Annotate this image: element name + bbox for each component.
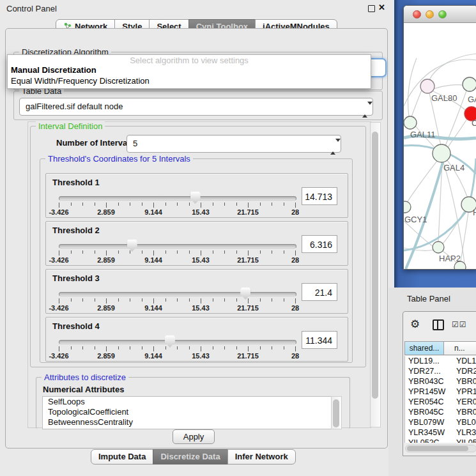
table-horizontal-scrollbar[interactable]: [405, 445, 476, 452]
scrollbar-thumb[interactable]: [372, 132, 378, 399]
dropdown-hint: Select algorithm to view settings: [8, 56, 371, 65]
table-cell: YIL052C: [454, 438, 476, 443]
scrollbar-thumb[interactable]: [333, 399, 339, 427]
network-node-label: GAL4: [443, 163, 464, 173]
control-panel-title: Control Panel: [6, 4, 57, 13]
threshold-value-field[interactable]: 6.316: [302, 235, 337, 253]
threshold-panel: Threshold 3 -3.4262.8599.14415.4321.7152…: [45, 269, 348, 314]
network-node-label: C: [472, 118, 476, 128]
table-cell: YDR27...: [405, 366, 454, 376]
threshold-value-field[interactable]: 11.344: [302, 331, 337, 349]
network-canvas[interactable]: GAL80GACGAL11GAL4GCY1HHAP2: [404, 23, 476, 269]
table-cell: YBL079W: [454, 417, 476, 427]
thresholds-group: Threshold's Coordinates for 5 Intervals …: [40, 158, 353, 363]
table-cell: YBR045C: [454, 407, 476, 417]
settings-vertical-scrollbar[interactable]: [370, 122, 381, 427]
float-window-icon[interactable]: [368, 5, 375, 12]
network-node[interactable]: [420, 79, 434, 93]
table-panel: ⚙ ☑☑ shared... n... YDL19...YDL19...YDR2…: [403, 311, 476, 456]
bottom-tabbar: Impute Data Discretize Data Infer Networ…: [91, 449, 296, 464]
network-node-label: GA: [468, 95, 476, 104]
slider-scale-labels: -3.4262.8599.14415.4321.71528: [59, 208, 295, 216]
cyni-toolbox-panel: Discretization Algorithm Select algorith…: [5, 28, 388, 449]
slider-scale-labels: -3.4262.8599.14415.4321.71528: [59, 256, 295, 264]
network-node-label: HAP2: [439, 254, 461, 263]
slider-ticks: [59, 298, 295, 304]
table-cell: YDR27...: [454, 366, 476, 376]
group-title: Attributes to discretize: [42, 372, 128, 382]
table-cell: YER054C: [454, 397, 476, 407]
apply-button[interactable]: Apply: [173, 429, 215, 444]
attributes-scrollbar[interactable]: [331, 396, 342, 429]
number-of-intervals-label: Number of Intervals: [56, 138, 134, 148]
table-toolbar: ⚙ ☑☑: [403, 312, 476, 339]
gear-icon[interactable]: ⚙: [410, 318, 420, 330]
slider-track[interactable]: [59, 292, 296, 296]
threshold-label: Threshold 1: [52, 178, 100, 187]
slider-track[interactable]: [59, 244, 296, 249]
table-row[interactable]: YDL19...YDL19...: [405, 356, 476, 366]
network-window-titlebar[interactable]: [404, 6, 476, 23]
close-icon[interactable]: ✕: [378, 3, 385, 12]
attribute-item[interactable]: TopologicalCoefficient: [43, 407, 332, 417]
column-header-shared-name[interactable]: shared...: [404, 341, 444, 355]
table-cell: YLR345W: [405, 427, 454, 438]
table-row[interactable]: YBR045CYBR045C: [405, 407, 476, 417]
slider-track[interactable]: [59, 196, 296, 201]
threshold-label: Threshold 2: [52, 226, 100, 235]
threshold-value-field[interactable]: 21.4: [302, 283, 337, 301]
table-row[interactable]: YPR145WYPR145W: [405, 387, 476, 397]
table-row[interactable]: YIL052CYIL052C: [405, 438, 476, 443]
screen: Control Panel ✕ Network Style Select Cyn…: [0, 0, 476, 476]
number-of-intervals-combobox[interactable]: 5: [127, 135, 341, 153]
table-row[interactable]: YDR27...YDR27...: [405, 366, 476, 376]
tab-impute-data[interactable]: Impute Data: [91, 449, 153, 464]
scrollbar-thumb[interactable]: [407, 446, 468, 451]
table-cell: YPR145W: [454, 387, 476, 397]
dropdown-option-manual-discretization[interactable]: Manual Discretization: [11, 65, 96, 75]
algorithm-dropdown-popup: Select algorithm to view settings Manual…: [7, 54, 371, 89]
tab-label: Impute Data: [98, 452, 146, 461]
table-row[interactable]: YBL079WYBL079W: [405, 417, 476, 427]
tab-infer-network[interactable]: Infer Network: [227, 449, 296, 464]
dropdown-option-equal-width-frequency[interactable]: Equal Width/Frequency Discretization: [11, 76, 150, 86]
slider-ticks: [59, 250, 295, 256]
table-cell: YLR345W: [454, 427, 476, 438]
table-header: shared... n...: [404, 341, 476, 355]
minimize-traffic-light-icon[interactable]: [426, 10, 434, 19]
table-row[interactable]: YER054CYER054C: [405, 397, 476, 407]
zoom-traffic-light-icon[interactable]: [438, 10, 447, 19]
slider-scale-labels: -3.4262.8599.14415.4321.71528: [59, 352, 295, 360]
table-data-combobox[interactable]: galFiltered.sif default node: [19, 98, 373, 116]
network-node[interactable]: [404, 201, 411, 213]
threshold-panel: Threshold 1 -3.4262.8599.14415.4321.7152…: [45, 173, 348, 218]
network-node[interactable]: [404, 116, 417, 129]
column-view-icon[interactable]: [433, 319, 444, 330]
network-view-window[interactable]: GAL80GACGAL11GAL4GCY1HHAP2: [403, 5, 476, 270]
slider-track[interactable]: [59, 340, 296, 344]
table-cell: YDL19...: [454, 356, 476, 366]
close-traffic-light-icon[interactable]: [413, 10, 421, 19]
group-title: Threshold's Coordinates for 5 Intervals: [45, 154, 193, 164]
network-node[interactable]: [433, 144, 450, 162]
network-canvas-svg: GAL80GACGAL11GAL4GCY1HHAP2: [404, 23, 476, 269]
attribute-item[interactable]: SelfLoops: [43, 397, 332, 407]
threshold-panel: Threshold 4 -3.4262.8599.14415.4321.7152…: [45, 317, 348, 362]
tab-label: Infer Network: [235, 452, 288, 461]
select-columns-checkbox-icons[interactable]: ☑☑: [452, 320, 467, 329]
table-row[interactable]: YLR345WYLR345W: [405, 427, 476, 438]
table-cell: YIL052C: [405, 438, 454, 443]
attribute-item[interactable]: BetweennessCentrality: [43, 417, 332, 427]
interval-definition-group: Interval Definition Number of Intervals …: [30, 126, 366, 367]
slider-scale-labels: -3.4262.8599.14415.4321.71528: [59, 304, 295, 312]
network-node[interactable]: [463, 77, 476, 91]
threshold-value-field[interactable]: 14.713: [302, 187, 337, 205]
tab-discretize-data[interactable]: Discretize Data: [153, 449, 227, 464]
table-row[interactable]: YBR043CYBR043C: [405, 376, 476, 387]
network-node-label: GCY1: [404, 215, 427, 224]
column-header-name[interactable]: n...: [443, 341, 476, 355]
numerical-attributes-list[interactable]: SelfLoopsTopologicalCoefficientBetweenne…: [42, 396, 332, 429]
threshold-list: Threshold 1 -3.4262.8599.14415.4321.7152…: [45, 173, 348, 365]
network-node[interactable]: [433, 242, 444, 253]
slider-ticks: [59, 346, 295, 352]
